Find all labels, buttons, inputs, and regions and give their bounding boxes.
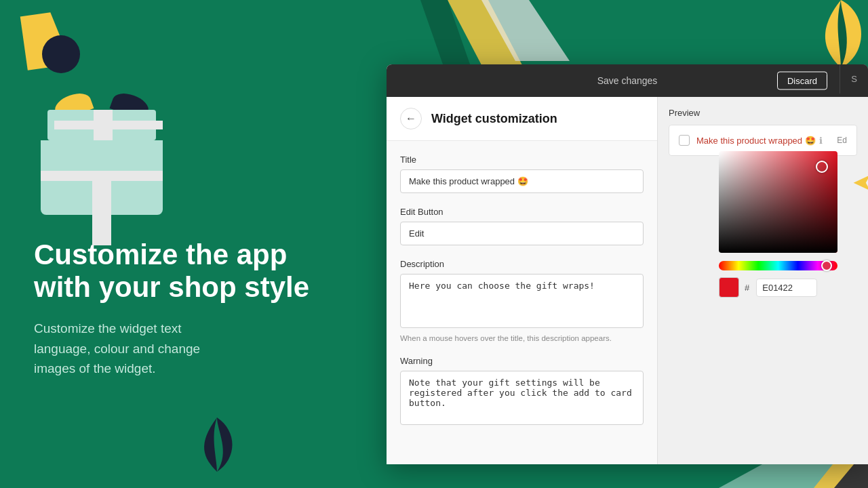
warning-label: Warning	[400, 356, 644, 366]
save-shortcut-label: S	[851, 74, 857, 84]
form-header: ← Widget customization	[387, 97, 657, 141]
titlebar: Save changes Discard S	[387, 64, 868, 97]
back-button[interactable]: ←	[400, 108, 422, 129]
gift-box-lid	[47, 110, 156, 140]
title-input[interactable]	[400, 169, 644, 193]
cursor-icon: ➤	[852, 168, 868, 197]
preview-column: Preview Make this product wrapped 🤩 ℹ Ed	[658, 97, 868, 464]
color-swatch	[719, 277, 739, 298]
description-hint: When a mouse hovers over the title, this…	[400, 334, 644, 342]
discard-button[interactable]: Discard	[777, 72, 827, 90]
form-body: Title Edit Button Description When a mou…	[387, 141, 657, 455]
description-textarea[interactable]	[400, 274, 644, 328]
form-column: ← Widget customization Title Edit Button…	[387, 97, 658, 464]
edit-button-label: Edit Button	[400, 207, 644, 217]
color-canvas[interactable]	[719, 151, 837, 253]
edit-button-group: Edit Button	[400, 207, 644, 245]
color-spectrum[interactable]	[719, 261, 837, 270]
preview-checkbox-text: Make this product wrapped 🤩 ℹ	[696, 136, 837, 146]
svg-point-1	[42, 35, 80, 73]
deco-top-right	[814, 0, 868, 68]
left-panel: Customize the app with your shop style C…	[0, 0, 387, 488]
preview-checkbox[interactable]	[679, 135, 690, 146]
titlebar-save-label: Save changes	[597, 75, 658, 86]
description-group: Description When a mouse hovers over the…	[400, 259, 644, 342]
description-label: Description	[400, 259, 644, 269]
title-label: Title	[400, 155, 644, 165]
color-hash: #	[745, 283, 749, 293]
deco-top-left	[17, 10, 85, 81]
color-hex-input[interactable]	[756, 279, 817, 297]
app-window: Save changes Discard S ← Widget customiz…	[387, 64, 868, 464]
preview-text-content: Make this product wrapped 🤩	[696, 136, 816, 146]
color-hex-row: #	[719, 277, 868, 298]
back-icon: ←	[406, 113, 416, 125]
spectrum-thumb[interactable]	[821, 260, 832, 271]
ribbon-v	[92, 171, 111, 245]
warning-textarea[interactable]	[400, 371, 644, 425]
title-group: Title	[400, 155, 644, 193]
left-heading: Customize the app with your shop style	[34, 239, 353, 304]
preview-label: Preview	[669, 108, 857, 118]
color-picker: ➤ #	[719, 151, 868, 298]
gift-box-illustration	[41, 110, 163, 218]
edit-button-input[interactable]	[400, 222, 644, 245]
warning-group: Warning	[400, 356, 644, 428]
preview-edit-link: Ed	[837, 136, 847, 145]
info-icon: ℹ	[819, 136, 823, 146]
left-subtext: Customize the widget text language, colo…	[34, 319, 353, 378]
save-shortcut[interactable]: S	[840, 64, 868, 94]
color-picker-dot[interactable]	[816, 161, 828, 173]
gift-box-body	[41, 140, 163, 215]
form-title: Widget customization	[431, 112, 557, 126]
deco-bottom-left	[197, 418, 237, 474]
content-area: ← Widget customization Title Edit Button…	[387, 97, 868, 464]
